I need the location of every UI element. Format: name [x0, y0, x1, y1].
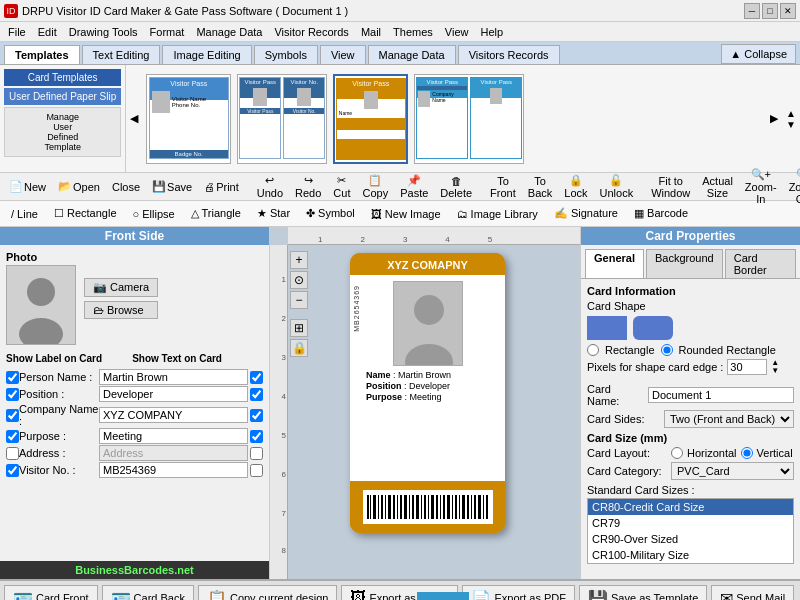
size-cr80[interactable]: CR80-Credit Card Size: [588, 499, 793, 515]
camera-btn[interactable]: 📷 Camera: [84, 278, 158, 297]
signature-tool[interactable]: ✍ Signature: [549, 205, 623, 222]
purpose-input[interactable]: [99, 428, 248, 444]
props-tab-card-border[interactable]: Card Border: [725, 249, 796, 278]
pixels-spinner[interactable]: ▲ ▼: [771, 359, 779, 375]
close-btn-toolbar[interactable]: Close: [107, 179, 145, 195]
zoom-in-canvas-btn[interactable]: +: [290, 251, 308, 269]
menu-themes[interactable]: Themes: [387, 24, 439, 40]
tab-manage-data[interactable]: Manage Data: [368, 45, 456, 64]
tab-image-editing[interactable]: Image Editing: [162, 45, 251, 64]
user-defined-btn[interactable]: User Defined Paper Slip: [4, 88, 121, 105]
cut-btn[interactable]: ✂ Cut: [328, 172, 355, 201]
vertical-radio[interactable]: [741, 447, 753, 459]
delete-btn[interactable]: 🗑 Delete: [435, 173, 477, 201]
send-mail-btn[interactable]: ✉ Send Mail: [711, 585, 794, 601]
manage-user-defined-template[interactable]: Manage User Defined Template: [4, 107, 121, 157]
pixels-down[interactable]: ▼: [771, 367, 779, 375]
menu-manage-data[interactable]: Manage Data: [190, 24, 268, 40]
person-name-input[interactable]: [99, 369, 248, 385]
copy-current-design-btn[interactable]: 📋 Copy current design: [198, 585, 337, 601]
menu-visitor-records[interactable]: Visitor Records: [268, 24, 354, 40]
card-sides-select[interactable]: Two (Front and Back) One (Front only): [664, 410, 794, 428]
new-image-tool[interactable]: 🖼 New Image: [366, 206, 446, 222]
unlock-btn[interactable]: 🔓 Unlock: [595, 172, 639, 201]
browse-btn[interactable]: 🗁 Browse: [84, 301, 158, 319]
purpose-check[interactable]: [6, 430, 19, 443]
new-btn[interactable]: 📄New: [4, 178, 51, 195]
scroll-down-btn[interactable]: ▼: [786, 119, 796, 130]
pixels-input[interactable]: [727, 359, 767, 375]
undo-btn[interactable]: ↩ Undo: [252, 172, 288, 201]
template-thumb-3[interactable]: Visitor Pass Name: [333, 74, 408, 164]
zoom-out-btn[interactable]: 🔍- Zoom-Out: [784, 166, 800, 207]
size-cr100[interactable]: CR100-Military Size: [588, 547, 793, 563]
zoom-in-btn[interactable]: 🔍+ Zoom-In: [740, 166, 782, 207]
open-btn[interactable]: 📂Open: [53, 178, 105, 195]
star-tool[interactable]: ★ Star: [252, 205, 295, 222]
menu-mail[interactable]: Mail: [355, 24, 387, 40]
address-input[interactable]: [99, 445, 248, 461]
card-front-btn[interactable]: 🪪 Card Front: [4, 585, 98, 601]
lock-btn[interactable]: 🔒 Lock: [559, 172, 592, 201]
scroll-up-btn[interactable]: ▲: [786, 108, 796, 119]
tab-templates[interactable]: Templates: [4, 45, 80, 64]
horizontal-radio[interactable]: [671, 447, 683, 459]
ellipse-tool[interactable]: ○ Ellipse: [128, 206, 180, 222]
actual-size-btn[interactable]: Actual Size: [697, 173, 738, 201]
template-thumb-2[interactable]: Visitor Pass Visitor Pass Visitor No. Vi…: [237, 74, 327, 164]
company-check[interactable]: [6, 409, 19, 422]
visitor-no-input[interactable]: [99, 462, 248, 478]
scroll-left-btn[interactable]: ◀: [126, 65, 142, 172]
menu-drawing-tools[interactable]: Drawing Tools: [63, 24, 144, 40]
menu-format[interactable]: Format: [144, 24, 191, 40]
copy-btn[interactable]: 📋 Copy: [357, 172, 393, 201]
menu-edit[interactable]: Edit: [32, 24, 63, 40]
paste-btn[interactable]: 📌 Paste: [395, 172, 433, 201]
template-thumb-1[interactable]: Visitor Pass Visitor NamePhone No. Badge…: [146, 74, 231, 164]
to-front-btn[interactable]: To Front: [485, 173, 521, 201]
template-thumb-4[interactable]: Visitor Pass Company Name Visitor Pass: [414, 74, 524, 164]
triangle-tool[interactable]: △ Triangle: [186, 205, 246, 222]
image-library-tool[interactable]: 🗂 Image Library: [452, 206, 543, 222]
company-check2[interactable]: [250, 409, 263, 422]
tab-view[interactable]: View: [320, 45, 366, 64]
to-back-btn[interactable]: To Back: [523, 173, 557, 201]
print-btn[interactable]: 🖨Print: [199, 179, 244, 195]
scroll-right-btn[interactable]: ▶: [766, 65, 782, 172]
maximize-btn[interactable]: □: [762, 3, 778, 19]
export-pdf-btn[interactable]: 📄 Export as PDF: [462, 585, 575, 601]
collapse-btn[interactable]: ▲ Collapse: [721, 44, 796, 64]
tab-visitors-records[interactable]: Visitors Records: [458, 45, 560, 64]
zoom-out-canvas-btn[interactable]: −: [290, 291, 308, 309]
line-tool[interactable]: / Line: [6, 206, 43, 222]
symbol-tool[interactable]: ✤ Symbol: [301, 205, 360, 222]
company-input[interactable]: [99, 407, 248, 423]
address-check2[interactable]: [250, 447, 263, 460]
barcode-tool[interactable]: ▦ Barcode: [629, 205, 693, 222]
size-cr90[interactable]: CR90-Over Sized: [588, 531, 793, 547]
fit-to-window-btn[interactable]: Fit to Window: [646, 173, 695, 201]
menu-view[interactable]: View: [439, 24, 475, 40]
menu-file[interactable]: File: [2, 24, 32, 40]
props-tab-general[interactable]: General: [585, 249, 644, 278]
position-input[interactable]: [99, 386, 248, 402]
person-name-check[interactable]: [6, 371, 19, 384]
purpose-check2[interactable]: [250, 430, 263, 443]
visitor-no-check[interactable]: [6, 464, 19, 477]
card-templates-btn[interactable]: Card Templates: [4, 69, 121, 86]
rectangle-radio[interactable]: [587, 344, 599, 356]
card-name-input[interactable]: [648, 387, 794, 403]
position-check[interactable]: [6, 388, 19, 401]
size-cr79[interactable]: CR79: [588, 515, 793, 531]
fit-canvas-btn[interactable]: ⊞: [290, 319, 308, 337]
card-category-select[interactable]: PVC_Card Paper Card: [671, 462, 794, 480]
position-check2[interactable]: [250, 388, 263, 401]
lock-canvas-btn[interactable]: 🔒: [290, 339, 308, 357]
visitor-no-check2[interactable]: [250, 464, 263, 477]
rectangle-tool[interactable]: ☐ Rectangle: [49, 205, 122, 222]
tab-text-editing[interactable]: Text Editing: [82, 45, 161, 64]
props-tab-background[interactable]: Background: [646, 249, 723, 278]
save-btn[interactable]: 💾Save: [147, 178, 197, 195]
rounded-radio[interactable]: [661, 344, 673, 356]
tab-symbols[interactable]: Symbols: [254, 45, 318, 64]
